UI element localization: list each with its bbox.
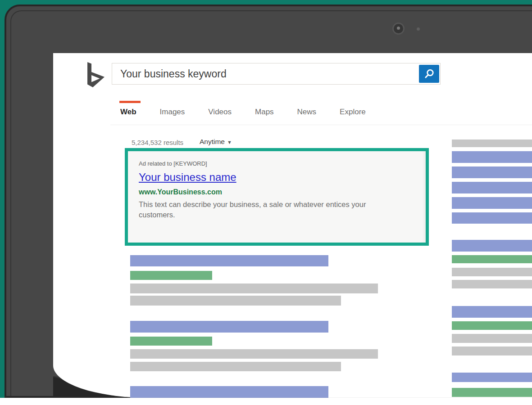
teal-backdrop: WebImagesVideosMapsNewsExplore 5,234,532… — [0, 0, 532, 405]
tabs: WebImagesVideosMapsNewsExplore — [120, 108, 366, 117]
ad-display-url: www.YourBusiness.com — [139, 188, 415, 196]
search-button[interactable] — [419, 65, 439, 83]
placeholder-bar-gray — [452, 346, 532, 356]
tab-news[interactable]: News — [297, 108, 317, 117]
placeholder-bar-green — [130, 337, 212, 346]
search-input[interactable] — [112, 63, 440, 84]
placeholder-bar-blue — [452, 212, 532, 224]
ad-description: This text can describe your business, a … — [139, 199, 401, 220]
ambient-sensor-icon — [417, 27, 420, 31]
time-filter-label: Anytime — [200, 138, 225, 145]
placeholder-bar-gray — [130, 362, 341, 371]
tab-videos[interactable]: Videos — [208, 108, 232, 117]
tab-images[interactable]: Images — [160, 108, 185, 117]
time-filter-dropdown[interactable]: Anytime▼ — [200, 138, 232, 146]
placeholder-bar-blue — [452, 197, 532, 209]
tab-maps[interactable]: Maps — [255, 108, 274, 117]
tab-web[interactable]: Web — [120, 108, 136, 117]
tab-explore[interactable]: Explore — [340, 108, 366, 117]
front-camera-icon — [392, 22, 405, 35]
placeholder-bar-green — [452, 388, 532, 397]
placeholder-bar-blue — [452, 151, 532, 163]
placeholder-bar-gray — [452, 334, 532, 343]
placeholder-bar-gray — [130, 296, 341, 306]
bing-logo-icon[interactable] — [86, 62, 106, 87]
results-count: 5,234,532 results — [132, 139, 183, 146]
placeholder-bar-gray — [130, 284, 378, 293]
placeholder-bar-blue — [130, 321, 328, 333]
placeholder-bar-green — [130, 271, 212, 280]
placeholder-bar-green — [452, 321, 532, 330]
ad-title-link[interactable]: Your business name — [139, 171, 236, 184]
search-box — [112, 63, 441, 85]
placeholder-bar-blue — [130, 255, 328, 266]
placeholder-bar-gray — [130, 349, 378, 359]
placeholder-bar-gray — [452, 268, 532, 276]
caret-down-icon: ▼ — [227, 140, 232, 145]
placeholder-bar-blue — [452, 373, 532, 382]
placeholder-bar-gray — [452, 140, 532, 147]
tabs-separator — [110, 125, 532, 125]
placeholder-bar-green — [452, 255, 532, 263]
placeholder-bar-blue — [452, 166, 532, 178]
search-icon — [423, 68, 435, 80]
placeholder-bar-blue — [452, 240, 532, 252]
bottom-strip — [0, 398, 532, 405]
ad-disclosure: Ad related to [KEYWORD] — [139, 160, 415, 167]
ad-highlight-box: Ad related to [KEYWORD] Your business na… — [125, 148, 429, 246]
placeholder-bar-blue — [130, 386, 328, 398]
placeholder-bar-blue — [452, 182, 532, 194]
placeholder-bar-blue — [452, 306, 532, 318]
placeholder-bar-gray — [452, 280, 532, 288]
